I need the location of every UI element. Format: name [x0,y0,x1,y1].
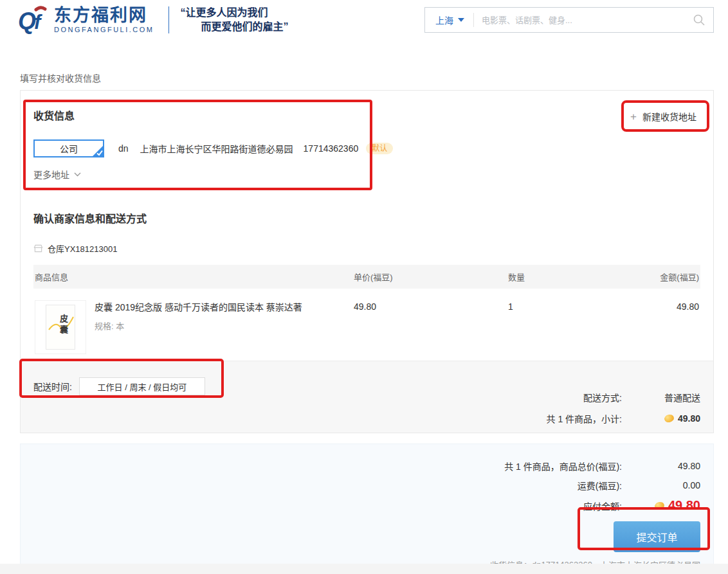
merchant-section-title: 确认商家信息和配送方式 [33,211,700,227]
page-footer-strip [0,564,728,574]
payable-row: 应付金额: 49.80 [33,498,700,513]
city-label: 上海 [435,13,453,26]
more-addresses-label: 更多地址 [33,168,69,181]
order-panel: 收货信息 + 新建收货地址 公司 dn 上海市上海长宁区华阳路街道德必易园 17… [20,90,714,433]
delivery-time-row: 配送时间: 工作日 / 周末 / 假日均可 [33,377,205,395]
delivery-band: 配送时间: 工作日 / 周末 / 假日均可 配送方式: 普通配送 共 1 件商品… [21,361,713,433]
total-price-label: 共 1 件商品，商品总价(福豆): [504,460,622,472]
recipient-name: dn [118,143,129,154]
new-address-label: 新建收货地址 [642,110,696,123]
col-header-product: 商品信息 [35,271,354,283]
delivery-method-value: 普通配送 [622,391,700,404]
address-tag-label: 公司 [60,142,78,155]
delivery-time-label: 配送时间: [33,380,72,393]
product-spec: 规格: 本 [95,319,302,332]
quantity: 1 [508,300,630,312]
book-cover: 皮囊 [46,305,75,350]
submit-order-button[interactable]: 提交订单 [614,521,700,552]
goods-table: 商品信息 单价(福豆) 数量 金额(福豆) 皮囊 [33,265,700,361]
shipping-fee-label: 运费(福豆): [578,479,622,492]
col-header-quantity: 数量 [508,271,630,283]
amount: 49.80 [630,300,699,312]
payable-value: 49.80 [668,498,700,513]
svg-text:f: f [34,11,42,33]
phone-number: 17714362360 [304,143,359,154]
more-addresses-button[interactable]: 更多地址 [33,168,81,181]
brand-name: 东方福利网 [54,6,154,24]
slogan-line1: “让更多人因为我们 [181,6,289,20]
payable-label: 应付金额: [583,499,622,512]
delivery-method-label: 配送方式: [583,391,622,404]
total-price-value: 49.80 [622,461,700,471]
city-selector[interactable]: 上海 [425,13,473,26]
address-text: 上海市上海长宁区华阳路街道德必易园 [140,142,293,155]
search-input[interactable] [474,15,693,25]
subtotal-value: 49.80 [678,413,700,424]
warehouse-row: 仓库YX181213001 [33,242,700,255]
logo[interactable]: Q f 东方福利网 DONGFANGFULI.COM “让更多人因为我们 而更爱… [18,4,289,35]
col-header-unit-price: 单价(福豆) [354,271,508,283]
default-badge: 默认 [366,143,393,154]
caret-down-icon [458,18,464,22]
slogan-line2: 而更爱他们的雇主” [181,20,289,34]
delivery-method-row: 配送方式: 普通配送 [547,391,700,404]
brand-logo-icon: Q f [18,4,49,35]
table-header-row: 商品信息 单价(福豆) 数量 金额(福豆) [33,265,700,289]
total-price-row: 共 1 件商品，商品总价(福豆): 49.80 [33,460,700,472]
subtotal-label: 共 1 件商品，小计: [547,412,622,425]
subtotal-row: 共 1 件商品，小计: 49.80 [547,412,700,425]
shipping-fee-value: 0.00 [622,480,700,490]
brand-domain: DONGFANGFULI.COM [54,26,154,33]
new-address-button[interactable]: + 新建收货地址 [626,110,700,123]
checkout-summary-panel: 共 1 件商品，商品总价(福豆): 49.80 运费(福豆): 0.00 应付金… [20,444,714,572]
store-icon [33,244,43,253]
product-thumbnail[interactable]: 皮囊 [35,300,86,354]
search-box: 上海 [424,7,714,33]
warehouse-label: 仓库YX181213001 [48,242,117,255]
table-row: 皮囊 皮囊 2019纪念版 感动千万读者的国民读本 蔡崇达著 规格: 本 49.… [33,289,700,361]
checkmark-icon [92,145,104,157]
brand-slogan: “让更多人因为我们 而更爱他们的雇主” [181,6,289,34]
main-content: 收货信息 + 新建收货地址 公司 dn 上海市上海长宁区华阳路街道德必易园 17… [20,90,714,572]
shipping-section-title: 收货信息 [33,109,75,124]
search-icon[interactable] [693,13,705,26]
site-header: Q f 东方福利网 DONGFANGFULI.COM “让更多人因为我们 而更爱… [0,0,728,40]
col-header-amount: 金额(福豆) [630,271,699,283]
page-title: 填写并核对收货信息 [20,74,728,83]
address-row: 公司 dn 上海市上海长宁区华阳路街道德必易园 17714362360 默认 [33,139,700,157]
book-cover-title: 皮囊 [57,314,69,336]
svg-text:Q: Q [18,8,36,34]
logo-divider [168,6,169,33]
delivery-time-select[interactable]: 工作日 / 周末 / 假日均可 [79,377,205,395]
shipping-fee-row: 运费(福豆): 0.00 [33,479,700,492]
product-title[interactable]: 皮囊 2019纪念版 感动千万读者的国民读本 蔡崇达著 [95,301,302,313]
chevron-down-icon [74,172,81,177]
unit-price: 49.80 [354,300,508,312]
coin-icon [654,501,665,510]
plus-icon: + [630,111,637,122]
address-tag-company[interactable]: 公司 [33,139,104,157]
coin-icon [664,413,675,423]
